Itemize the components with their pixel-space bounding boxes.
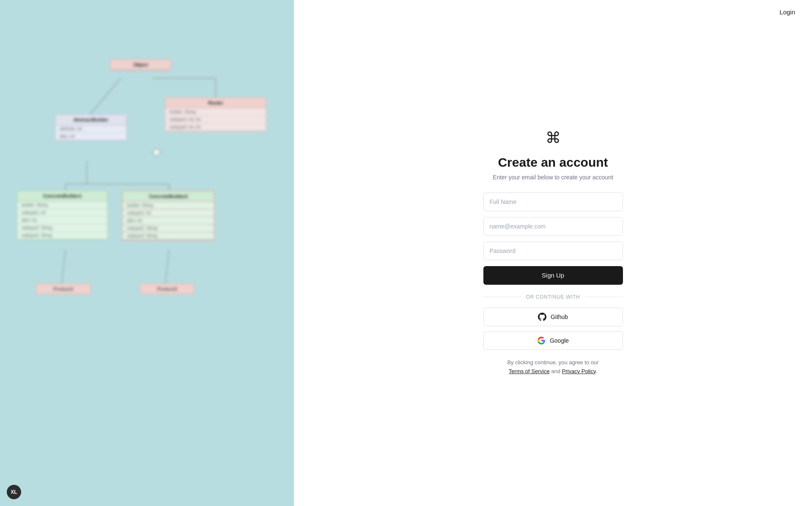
or-divider: OR CONTINUE WITH [483, 294, 623, 300]
uml-label-product2: Product2 [140, 283, 195, 294]
google-icon [537, 336, 546, 345]
google-button[interactable]: Google [483, 331, 623, 350]
uml-box-router: Router builder: String subtype1: int, in… [165, 97, 266, 132]
svg-line-8 [61, 250, 66, 286]
avatar-initials: XL [11, 489, 17, 495]
svg-marker-7 [152, 148, 161, 157]
terms-prefix: By clicking continue, you agree to our [507, 359, 598, 366]
github-label: Github [551, 314, 568, 320]
uml-box-object: Object [110, 59, 171, 71]
uml-label-product1: Product1 [36, 283, 91, 294]
form-subtitle: Enter your email below to create your ac… [493, 174, 613, 181]
full-name-input[interactable] [483, 192, 623, 211]
diagram-panel: Object Router builder: String subtype1: … [0, 0, 294, 506]
svg-line-2 [87, 78, 121, 118]
or-text: OR CONTINUE WITH [526, 294, 580, 300]
password-input[interactable] [483, 242, 623, 260]
avatar[interactable]: XL [7, 485, 21, 499]
terms-text: By clicking continue, you agree to our T… [507, 358, 598, 376]
email-input[interactable] [483, 217, 623, 236]
github-icon [538, 313, 546, 321]
form-area: ⌘ Create an account Enter your email bel… [294, 0, 812, 506]
terms-period: . [596, 368, 598, 374]
signup-panel: Login ⌘ Create an account Enter your ema… [294, 0, 812, 506]
svg-line-9 [165, 250, 169, 286]
uml-box-lavender: AbstractBuilder attribute: int attrs: in… [55, 114, 127, 141]
divider-line-right [585, 297, 623, 297]
google-label: Google [550, 337, 569, 344]
privacy-policy-link[interactable]: Privacy Policy [562, 368, 596, 374]
uml-box-concrete1: ConcreteBuilder1 builder: String subtype… [17, 190, 108, 240]
divider-line-left [483, 297, 521, 297]
diagram-bg: Object Router builder: String subtype1: … [13, 34, 283, 351]
signup-button[interactable]: Sign Up [483, 266, 623, 285]
and-text: and [551, 368, 562, 374]
terms-of-service-link[interactable]: Terms of Service [509, 368, 550, 374]
form-title: Create an account [498, 155, 608, 170]
github-button[interactable]: Github [483, 308, 623, 326]
uml-box-concrete2: ConcreteBuilder2 builder: String subtype… [122, 190, 215, 241]
logo-icon: ⌘ [546, 129, 561, 147]
